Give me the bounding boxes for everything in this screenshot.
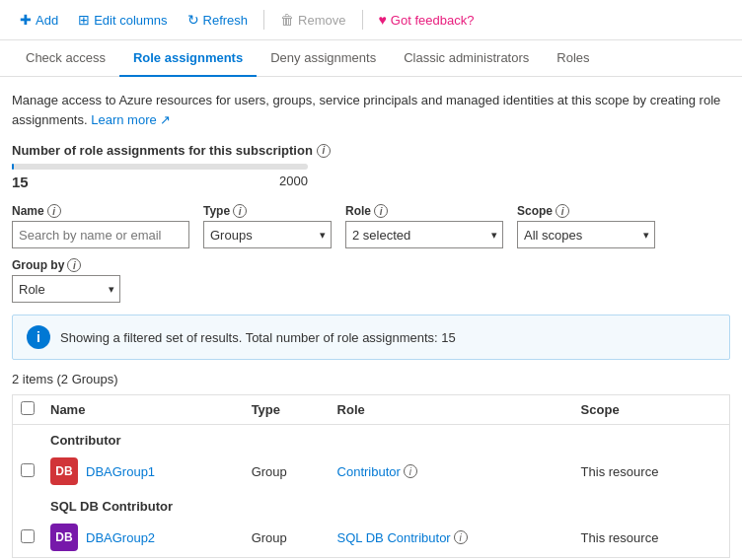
role-info-icon: i: [374, 204, 388, 218]
info-banner-icon: i: [27, 325, 50, 349]
row-role: Contributor i: [330, 452, 573, 491]
row-checkbox-cell: [13, 518, 43, 558]
avatar: DB: [50, 457, 78, 485]
name-filter-label: Name i: [12, 204, 189, 218]
name-search-input[interactable]: [12, 221, 189, 248]
row-type: Group: [244, 452, 330, 491]
progress-info-icon: i: [317, 144, 331, 158]
table-header-checkbox: [13, 395, 43, 425]
remove-button[interactable]: 🗑 Remove: [272, 8, 353, 32]
name-info-icon: i: [47, 204, 61, 218]
progress-label: Number of role assignments for this subs…: [12, 143, 730, 158]
groupby-select-wrap: None Role Type Scope: [12, 275, 120, 303]
refresh-button[interactable]: ↻ Refresh: [180, 8, 257, 32]
table-header-type: Type: [244, 395, 330, 425]
role-filter-label: Role i: [345, 204, 503, 218]
table-group-header: SQL DB Contributor: [13, 491, 730, 518]
items-count: 2 items (2 Groups): [12, 372, 730, 386]
scope-filter-group: Scope i All scopes This resource Inherit…: [517, 204, 655, 248]
role-select-wrap: 2 selected All roles Contributor SQL DB …: [345, 221, 503, 248]
info-banner: i Showing a filtered set of results. Tot…: [12, 315, 730, 360]
role-filter-group: Role i 2 selected All roles Contributor …: [345, 204, 503, 248]
type-select[interactable]: All User Groups Service Principal Manage…: [203, 221, 332, 248]
tab-bar: Check access Role assignments Deny assig…: [0, 40, 742, 77]
add-button[interactable]: ✚ Add: [12, 8, 66, 32]
tab-roles[interactable]: Roles: [543, 40, 603, 77]
table-header-role: Role: [330, 395, 573, 425]
description-text: Manage access to Azure resources for use…: [12, 91, 730, 129]
assignments-table: Name Type Role Scope Contributor DB DBAG…: [12, 394, 730, 558]
group-header-name: Contributor: [42, 425, 730, 453]
role-info-icon: i: [404, 464, 417, 478]
refresh-icon: ↻: [187, 12, 199, 28]
progress-bar-fill: [12, 164, 14, 170]
scope-select[interactable]: All scopes This resource Inherited: [517, 221, 655, 248]
row-checkbox[interactable]: [21, 529, 35, 543]
row-name-cell: DB DBAGroup1: [42, 452, 244, 491]
toolbar-separator-1: [263, 10, 264, 30]
table-row: DB DBAGroup2 Group SQL DB Contributor i …: [13, 518, 730, 558]
type-select-wrap: All User Groups Service Principal Manage…: [203, 221, 332, 248]
table-header-name: Name: [42, 395, 244, 425]
avatar: DB: [50, 524, 78, 551]
row-role: SQL DB Contributor i: [330, 518, 573, 558]
toolbar-separator-2: [362, 10, 363, 30]
toolbar: ✚ Add ⊞ Edit columns ↻ Refresh 🗑 Remove …: [0, 0, 742, 40]
progress-bar: [12, 164, 308, 170]
scope-select-wrap: All scopes This resource Inherited: [517, 221, 655, 248]
row-name-link[interactable]: DBAGroup2: [86, 530, 155, 545]
groupby-info-icon: i: [67, 258, 81, 272]
tab-check-access[interactable]: Check access: [12, 40, 119, 77]
scope-info-icon: i: [556, 204, 569, 218]
add-icon: ✚: [20, 12, 32, 28]
groupby-label: Group by i: [12, 258, 730, 272]
row-checkbox[interactable]: [21, 463, 35, 477]
tab-role-assignments[interactable]: Role assignments: [119, 40, 257, 77]
row-name-link[interactable]: DBAGroup1: [86, 464, 155, 479]
groupby-select[interactable]: None Role Type Scope: [12, 275, 120, 303]
type-filter-label: Type i: [203, 204, 332, 218]
row-role-link[interactable]: Contributor: [337, 464, 401, 479]
feedback-button[interactable]: ♥ Got feedback?: [371, 8, 482, 32]
learn-more-link[interactable]: Learn more ↗: [91, 112, 171, 127]
row-scope: This resource: [573, 518, 730, 558]
groupby-section: Group by i None Role Type Scope: [12, 258, 730, 303]
role-select[interactable]: 2 selected All roles Contributor SQL DB …: [345, 221, 503, 248]
heart-icon: ♥: [379, 12, 387, 28]
table-header-row: Name Type Role Scope: [13, 395, 730, 425]
filters-row: Name i Type i All User Groups Service Pr…: [12, 204, 730, 248]
row-name-cell: DB DBAGroup2: [42, 518, 244, 558]
remove-icon: 🗑: [280, 12, 294, 28]
group-header-name: SQL DB Contributor: [42, 491, 730, 518]
role-info-icon: i: [454, 530, 468, 544]
table-row: DB DBAGroup1 Group Contributor i This re…: [13, 452, 730, 491]
row-checkbox-cell: [13, 452, 43, 491]
progress-section: Number of role assignments for this subs…: [12, 143, 730, 190]
table-group-header: Contributor: [13, 425, 730, 453]
tab-classic-administrators[interactable]: Classic administrators: [390, 40, 543, 77]
name-filter-group: Name i: [12, 204, 189, 248]
select-all-checkbox[interactable]: [21, 401, 35, 415]
edit-columns-button[interactable]: ⊞ Edit columns: [70, 8, 175, 32]
scope-filter-label: Scope i: [517, 204, 655, 218]
main-content: Manage access to Azure resources for use…: [0, 77, 742, 560]
row-scope: This resource: [573, 452, 730, 491]
columns-icon: ⊞: [78, 12, 90, 28]
table-header-scope: Scope: [573, 395, 730, 425]
type-filter-group: Type i All User Groups Service Principal…: [203, 204, 332, 248]
row-type: Group: [244, 518, 330, 558]
tab-deny-assignments[interactable]: Deny assignments: [257, 40, 390, 77]
row-role-link[interactable]: SQL DB Contributor: [337, 530, 451, 545]
type-info-icon: i: [233, 204, 247, 218]
progress-numbers: 15 2000: [12, 174, 308, 190]
